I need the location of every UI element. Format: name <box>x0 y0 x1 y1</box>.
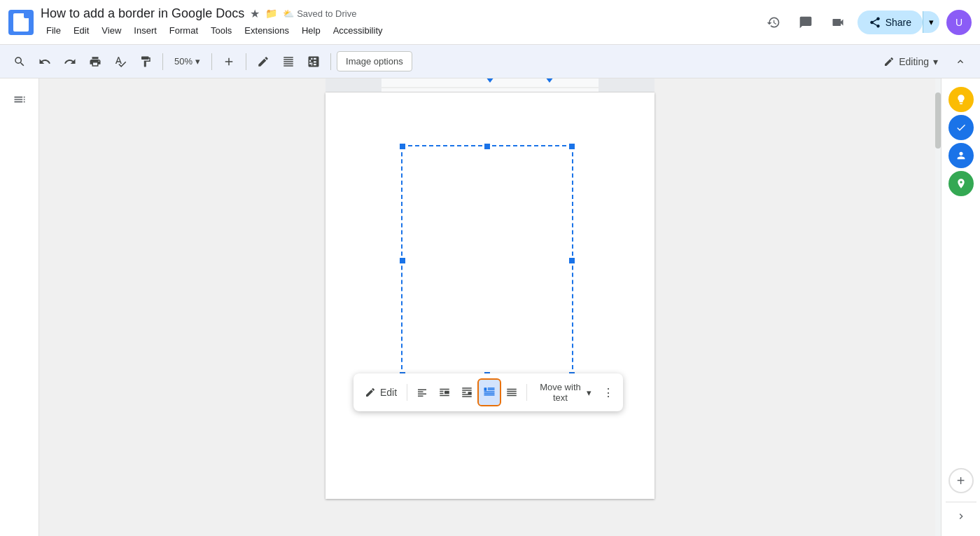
right-sidebar: + <box>941 78 980 536</box>
more-options-button[interactable]: ⋮ <box>598 381 617 404</box>
maps-icon[interactable] <box>948 171 974 196</box>
search-button[interactable] <box>8 50 31 73</box>
avatar[interactable]: U <box>946 10 972 35</box>
image-float-toolbar: Edit <box>354 373 623 411</box>
star-icon[interactable]: ★ <box>250 7 260 20</box>
selected-image[interactable]: Edit <box>401 145 573 376</box>
collapse-toolbar-button[interactable] <box>949 50 972 73</box>
menu-file[interactable]: File <box>41 22 66 39</box>
behind-text-button[interactable] <box>501 380 522 405</box>
svg-rect-1 <box>484 387 486 391</box>
history-button[interactable] <box>761 10 786 35</box>
move-with-text-button[interactable]: Move with text ▾ <box>531 378 597 407</box>
toolbar-divider-4 <box>330 53 331 70</box>
handle-middle-right[interactable] <box>568 257 575 264</box>
handle-top-right[interactable] <box>568 143 575 150</box>
image-options-button[interactable]: Image options <box>337 51 412 71</box>
meet-button[interactable] <box>825 10 850 35</box>
zoom-control[interactable]: 50% ▾ <box>169 53 206 69</box>
scrollbar-thumb[interactable] <box>935 92 941 149</box>
edit-button[interactable]: Edit <box>359 383 402 402</box>
wrap-left-button[interactable] <box>434 380 455 405</box>
redo-button[interactable] <box>59 50 81 73</box>
menu-view[interactable]: View <box>96 22 127 39</box>
menu-accessibility[interactable]: Accessibility <box>328 22 388 39</box>
undo-button[interactable] <box>34 50 56 73</box>
document-page: Edit <box>326 92 654 499</box>
toolbar: 50% ▾ Image options Editing ▾ <box>0 45 980 78</box>
pen-button[interactable] <box>252 50 274 73</box>
align-left-button[interactable] <box>412 380 433 405</box>
handle-top-middle[interactable] <box>484 143 491 150</box>
menu-bar: File Edit View Insert Format Tools Exten… <box>41 22 761 39</box>
handle-middle-left[interactable] <box>399 257 406 264</box>
ft-divider-2 <box>526 384 527 401</box>
document-area: Edit <box>39 78 941 536</box>
wrap-inline-button[interactable] <box>479 380 500 405</box>
table-button[interactable] <box>302 50 325 73</box>
share-dropdown-button[interactable]: ▾ <box>923 11 939 33</box>
menu-extensions[interactable]: Extensions <box>239 22 295 39</box>
scrollbar-track <box>935 78 941 536</box>
line-spacing-button[interactable] <box>277 50 300 73</box>
cloud-icon: ⛅ <box>283 8 294 19</box>
saved-status: ⛅ Saved to Drive <box>283 8 356 19</box>
add-sidebar-button[interactable]: + <box>948 468 974 493</box>
contacts-icon[interactable] <box>948 143 974 168</box>
toolbar-divider-1 <box>162 53 163 70</box>
handle-top-left[interactable] <box>399 143 406 150</box>
menu-edit[interactable]: Edit <box>68 22 94 39</box>
title-section: How to add a border in Google Docs ★ 📁 ⛅… <box>41 6 761 39</box>
paint-format-button[interactable] <box>134 50 157 73</box>
smart-chip-icon[interactable] <box>948 87 974 112</box>
document-title: How to add a border in Google Docs <box>41 6 244 21</box>
main-layout: Edit <box>0 78 980 536</box>
chat-button[interactable] <box>793 10 818 35</box>
spellcheck-button[interactable] <box>109 50 132 73</box>
menu-insert[interactable]: Insert <box>128 22 162 39</box>
menu-help[interactable]: Help <box>296 22 326 39</box>
menu-tools[interactable]: Tools <box>205 22 237 39</box>
ruler <box>326 78 654 92</box>
ft-divider-1 <box>407 384 407 401</box>
title-actions: Share ▾ U <box>761 10 972 35</box>
break-text-button[interactable] <box>456 380 477 405</box>
toolbar-divider-3 <box>246 53 246 70</box>
outline-icon[interactable] <box>7 87 32 116</box>
menu-format[interactable]: Format <box>164 22 204 39</box>
docs-logo <box>8 10 34 35</box>
editing-mode-button[interactable]: Editing ▾ <box>875 52 946 71</box>
folder-icon[interactable]: 📁 <box>265 8 277 19</box>
share-button[interactable]: Share <box>858 11 923 34</box>
add-button[interactable] <box>218 50 240 73</box>
print-button[interactable] <box>84 50 106 73</box>
left-sidebar <box>0 78 39 536</box>
title-bar: How to add a border in Google Docs ★ 📁 ⛅… <box>0 0 980 45</box>
collapse-sidebar-button[interactable] <box>950 505 972 528</box>
toolbar-divider-2 <box>211 53 212 70</box>
tasks-icon[interactable] <box>948 115 974 140</box>
